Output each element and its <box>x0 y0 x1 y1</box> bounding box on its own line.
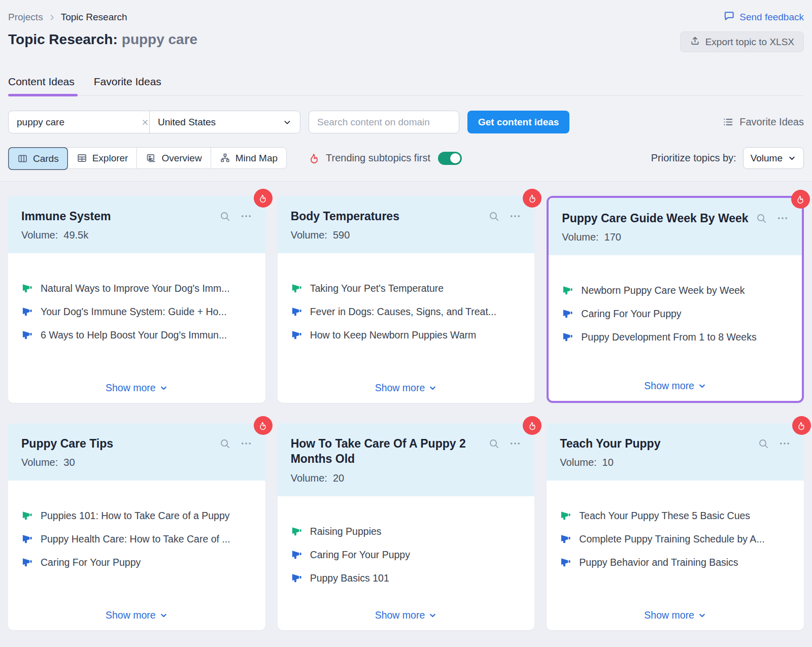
content-idea-text: Raising Puppies <box>310 526 382 537</box>
view-explorer-button[interactable]: Explorer <box>67 148 137 168</box>
show-more-link[interactable]: Show more <box>291 372 522 394</box>
chevron-down-icon <box>698 611 706 620</box>
content-idea-row[interactable]: 6 Ways to Help Boost Your Dog's Immun... <box>21 329 252 341</box>
topic-research-page: Projects Topic Research Send feedback To… <box>0 0 812 647</box>
page-title-prefix: Topic Research: <box>8 31 118 47</box>
show-more-label: Show more <box>375 382 425 394</box>
search-icon[interactable] <box>488 211 500 222</box>
subtopic-card: How To Take Care Of A Puppy 2 Months Old… <box>278 423 535 630</box>
search-icon[interactable] <box>758 438 769 450</box>
tab-content-ideas[interactable]: Content Ideas <box>8 76 75 95</box>
content-idea-text: Puppy Development From 1 to 8 Weeks <box>581 331 756 343</box>
volume-value: 30 <box>63 457 75 468</box>
card-volume: Volume:10 <box>560 457 791 468</box>
send-feedback-link[interactable]: Send feedback <box>723 10 804 24</box>
show-more-link[interactable]: Show more <box>562 370 789 392</box>
content-idea-row[interactable]: Fever in Dogs: Causes, Signs, and Treat.… <box>291 306 522 318</box>
card-body: Taking Your Pet's Temperature Fever in D… <box>278 253 535 403</box>
volume-label: Volume: <box>562 231 598 243</box>
cards-icon <box>17 153 28 164</box>
megaphone-icon <box>21 306 33 318</box>
show-more-link[interactable]: Show more <box>560 599 791 621</box>
volume-value: 590 <box>333 229 350 241</box>
card-title: Body Temperatures <box>291 209 399 224</box>
favorite-ideas-link[interactable]: Favorite Ideas <box>722 116 804 128</box>
prioritize-select[interactable]: Volume <box>743 147 804 169</box>
content-idea-row[interactable]: Raising Puppies <box>291 526 522 537</box>
domain-search-input[interactable] <box>309 111 459 133</box>
trending-toggle[interactable] <box>438 152 462 165</box>
content-idea-row[interactable]: Puppy Development From 1 to 8 Weeks <box>562 331 789 343</box>
show-more-label: Show more <box>375 609 425 621</box>
card-header: Immune System Volume:49.5k <box>8 196 265 253</box>
trending-label: Trending subtopics first <box>326 152 430 164</box>
region-value: United States <box>158 117 216 128</box>
content-idea-row[interactable]: Puppy Behavior and Training Basics <box>560 557 791 568</box>
card-header: Body Temperatures Volume:590 <box>278 196 535 253</box>
ellipsis-menu-icon[interactable] <box>776 212 789 224</box>
search-icon[interactable] <box>488 438 500 450</box>
trending-badge <box>791 190 810 209</box>
idea-list: Raising Puppies Caring For Your Puppy Pu… <box>291 526 522 584</box>
show-more-link[interactable]: Show more <box>291 599 522 621</box>
get-content-ideas-button[interactable]: Get content ideas <box>467 111 569 133</box>
card-body: Teach Your Puppy These 5 Basic Cues Comp… <box>547 481 804 630</box>
content-idea-row[interactable]: Newborn Puppy Care Week by Week <box>562 285 789 296</box>
content-idea-row[interactable]: Caring For Your Puppy <box>562 308 789 320</box>
show-more-link[interactable]: Show more <box>21 372 252 394</box>
topic-query-input[interactable] <box>17 117 141 128</box>
search-icon[interactable] <box>756 213 767 224</box>
show-more-label: Show more <box>644 609 694 621</box>
clear-query-icon[interactable] <box>141 118 149 126</box>
tab-favorite-ideas[interactable]: Favorite Ideas <box>94 76 161 95</box>
content-idea-row[interactable]: Your Dog's Immune System: Guide + Ho... <box>21 306 252 318</box>
megaphone-icon <box>291 549 302 561</box>
view-overview-button[interactable]: Overview <box>137 148 210 168</box>
content-idea-row[interactable]: Puppies 101: How to Take Care of a Puppy <box>21 510 252 522</box>
search-icon[interactable] <box>219 438 231 450</box>
trending-badge <box>254 416 273 435</box>
search-icon[interactable] <box>219 211 231 222</box>
content-idea-row[interactable]: Puppy Health Care: How to Take Care of .… <box>21 533 252 545</box>
content-idea-row[interactable]: Complete Puppy Training Schedule by A... <box>560 533 791 545</box>
content-idea-row[interactable]: Caring For Your Puppy <box>291 549 522 561</box>
card-body: Newborn Puppy Care Week by Week Caring F… <box>549 255 802 401</box>
chevron-down-icon <box>788 154 796 162</box>
ellipsis-menu-icon[interactable] <box>779 437 791 450</box>
speech-bubble-icon <box>723 10 735 24</box>
idea-list: Puppies 101: How to Take Care of a Puppy… <box>21 510 252 568</box>
card-actions <box>758 437 791 450</box>
bulleted-list-icon <box>722 116 734 128</box>
export-xlsx-button[interactable]: Export topic to XLSX <box>680 31 804 52</box>
content-idea-row[interactable]: Puppy Basics 101 <box>291 572 522 584</box>
content-idea-text: Taking Your Pet's Temperature <box>310 283 444 294</box>
ellipsis-menu-icon[interactable] <box>509 437 521 450</box>
show-more-link[interactable]: Show more <box>21 599 252 621</box>
content-idea-row[interactable]: Caring For Your Puppy <box>21 557 252 568</box>
content-idea-row[interactable]: Teach Your Puppy These 5 Basic Cues <box>560 510 791 522</box>
megaphone-icon <box>562 331 573 343</box>
breadcrumb-row: Projects Topic Research Send feedback <box>8 10 804 24</box>
view-cards-button[interactable]: Cards <box>8 147 68 170</box>
breadcrumb-projects-link[interactable]: Projects <box>8 12 43 23</box>
content-idea-row[interactable]: How to Keep Newborn Puppies Warm <box>291 329 522 341</box>
content-idea-row[interactable]: Natural Ways to Improve Your Dog's Imm..… <box>21 283 252 294</box>
breadcrumb-current: Topic Research <box>61 12 127 23</box>
view-mind-map-button[interactable]: Mind Map <box>211 148 286 168</box>
ellipsis-menu-icon[interactable] <box>240 437 252 450</box>
cards-section: Immune System Volume:49.5k Natural Ways … <box>0 181 812 647</box>
flame-icon <box>308 152 320 164</box>
ellipsis-menu-icon[interactable] <box>240 210 252 222</box>
megaphone-icon <box>562 285 573 296</box>
idea-list: Newborn Puppy Care Week by Week Caring F… <box>562 285 789 343</box>
content-idea-row[interactable]: Taking Your Pet's Temperature <box>291 283 522 294</box>
view-bar: Cards Explorer Overview <box>8 147 804 169</box>
idea-list: Teach Your Puppy These 5 Basic Cues Comp… <box>560 510 791 568</box>
trending-badge <box>523 416 542 435</box>
idea-list: Taking Your Pet's Temperature Fever in D… <box>291 283 522 341</box>
region-select[interactable]: United States <box>149 111 300 133</box>
page-title: Topic Research:puppy care <box>8 31 197 48</box>
ellipsis-menu-icon[interactable] <box>509 210 521 222</box>
tabs: Content Ideas Favorite Ideas <box>8 76 804 96</box>
card-body: Puppies 101: How to Take Care of a Puppy… <box>8 481 265 630</box>
